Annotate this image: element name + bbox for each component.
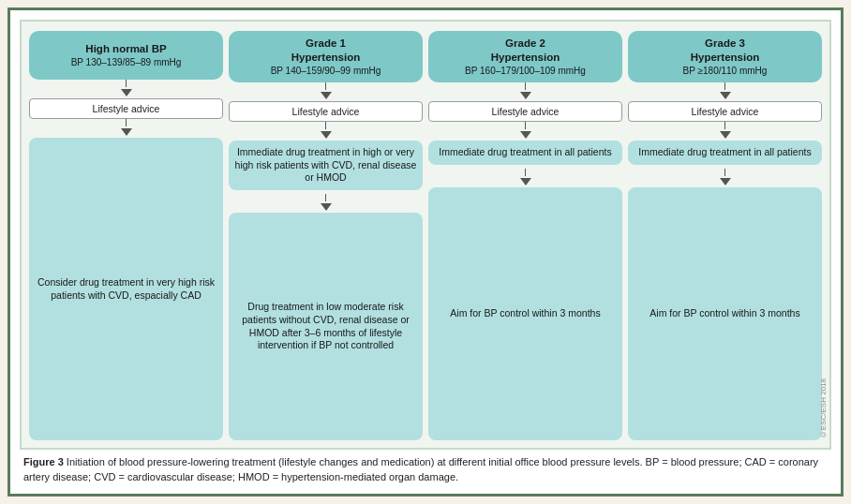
header-sub-1: BP 130–139/85–89 mmHg (37, 56, 216, 68)
header-title-3b: Hypertension (436, 51, 615, 65)
arrow-2a (321, 92, 332, 99)
outer-border: High normal BP BP 130–139/85–89 mmHg Lif… (7, 7, 844, 497)
header-grade2: Grade 2 Hypertension BP 160–179/100–109 … (428, 31, 622, 82)
watermark: ©ESC/ESH 2018 (819, 378, 828, 438)
lifestyle-box-4: Lifestyle advice (628, 101, 822, 122)
col-high-normal: High normal BP BP 130–139/85–89 mmHg Lif… (29, 31, 223, 440)
caption: Figure 3 Initiation of blood pressure-lo… (20, 450, 831, 484)
header-title-4b: Hypertension (635, 51, 814, 65)
arrow-line-3c (525, 169, 526, 176)
arrow-line-3a (525, 82, 526, 90)
header-title-4a: Grade 3 (635, 37, 814, 51)
lifestyle-box-3: Lifestyle advice (428, 101, 622, 122)
treatment-box-4b: Aim for BP control within 3 months (628, 187, 822, 441)
treatment-box-4a: Immediate drug treatment in all patients (628, 141, 822, 165)
lifestyle-box-1: Lifestyle advice (29, 98, 223, 119)
columns-container: High normal BP BP 130–139/85–89 mmHg Lif… (29, 31, 822, 440)
arrow-line-2a (325, 82, 326, 90)
treatment-box-3a: Immediate drug treatment in all patients (428, 141, 622, 165)
arrow-line-4b (724, 122, 725, 129)
col-grade1: Grade 1 Hypertension BP 140–159/90–99 mm… (229, 31, 423, 440)
arrow-line-4c (724, 169, 725, 176)
col-grade2: Grade 2 Hypertension BP 160–179/100–109 … (428, 31, 622, 440)
caption-text: Initiation of blood pressure-lowering tr… (23, 456, 818, 482)
arrow-3b (520, 131, 531, 139)
arrow-line-3b (525, 122, 526, 129)
arrow-line-4a (724, 82, 725, 90)
header-title-1: High normal BP (37, 42, 216, 56)
treatment-box-3b: Aim for BP control within 3 months (428, 187, 622, 441)
arrow-line-2c (325, 194, 326, 201)
arrow-4b (720, 131, 731, 139)
header-grade1: Grade 1 Hypertension BP 140–159/90–99 mm… (229, 31, 423, 82)
arrow-line-2b (325, 122, 326, 129)
header-title-2a: Grade 1 (236, 37, 415, 51)
arrow-2b (321, 131, 332, 139)
header-sub-2: BP 140–159/90–99 mmHg (236, 65, 415, 77)
header-high-normal: High normal BP BP 130–139/85–89 mmHg (29, 31, 223, 80)
header-title-2b: Hypertension (236, 51, 415, 65)
arrow-4a (720, 92, 731, 99)
treatment-box-1: Consider drug treatment in very high ris… (29, 138, 223, 440)
figure-label: Figure 3 (23, 456, 64, 467)
header-title-3a: Grade 2 (436, 37, 615, 51)
arrow-1a (121, 89, 132, 96)
arrow-1b (121, 128, 132, 136)
arrow-3c (520, 178, 531, 185)
col-grade3: Grade 3 Hypertension BP ≥180/110 mmHg Li… (628, 31, 822, 440)
arrow-3a (520, 92, 531, 99)
arrow-4c (720, 178, 731, 185)
treatment-box-2b: Drug treatment in low moderate risk pati… (229, 213, 423, 440)
lifestyle-box-2: Lifestyle advice (229, 101, 423, 122)
arrow-line-1b (126, 119, 127, 126)
header-sub-3: BP 160–179/100–109 mmHg (436, 65, 615, 77)
arrow-2c (321, 203, 332, 211)
arrow-line-1a (126, 80, 127, 87)
header-sub-4: BP ≥180/110 mmHg (635, 65, 814, 77)
treatment-box-2a: Immediate drug treatment in high or very… (229, 141, 423, 190)
header-grade3: Grade 3 Hypertension BP ≥180/110 mmHg (628, 31, 822, 82)
diagram-area: High normal BP BP 130–139/85–89 mmHg Lif… (20, 20, 831, 450)
